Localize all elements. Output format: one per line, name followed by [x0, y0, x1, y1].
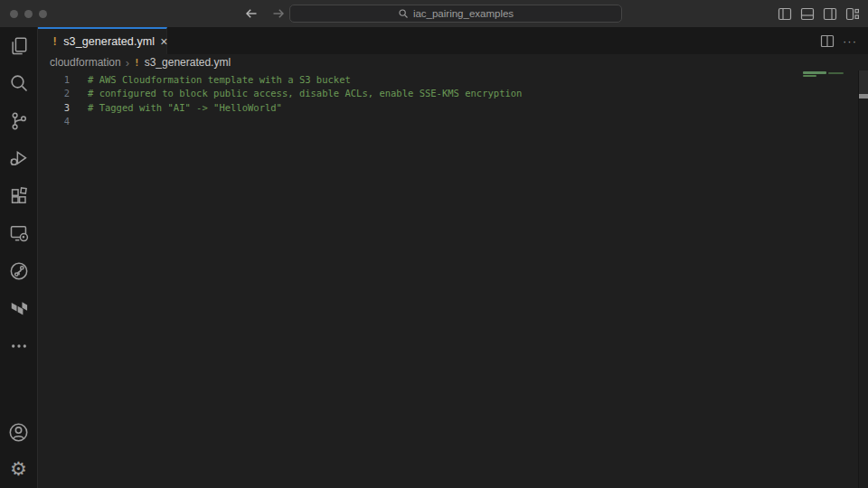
- tab-bar: ! s3_generated.yml × ···: [38, 27, 868, 54]
- line-number-active: 3: [38, 102, 70, 113]
- tabbar-spacer: [167, 27, 820, 54]
- search-box-text: iac_pairing_examples: [413, 8, 514, 19]
- traffic-lights: [10, 10, 47, 18]
- main-area: ⚙ ! s3_generated.yml ×: [0, 27, 868, 488]
- split-editor-icon[interactable]: [820, 34, 835, 48]
- toggle-panel-icon[interactable]: [799, 6, 816, 21]
- breadcrumb-file[interactable]: s3_generated.yml: [145, 56, 231, 69]
- overview-ruler[interactable]: [858, 70, 868, 488]
- activity-bar-bottom: ⚙: [0, 414, 37, 488]
- minimap-line-mark: [803, 75, 816, 77]
- breadcrumb: cloudformation › ! s3_generated.yml: [38, 54, 868, 70]
- activity-bar: ⚙: [0, 27, 38, 488]
- command-center-search[interactable]: iac_pairing_examples: [289, 5, 622, 23]
- layout-controls: [777, 6, 861, 21]
- close-window-button[interactable]: [10, 10, 18, 18]
- tabbar-actions: ···: [820, 27, 868, 54]
- source-control-icon[interactable]: [0, 102, 37, 140]
- line-number: 1: [38, 74, 70, 85]
- code-line[interactable]: 4: [38, 115, 868, 129]
- minimize-window-button[interactable]: [24, 10, 33, 18]
- minimap-line-mark: [803, 71, 826, 74]
- code-line[interactable]: 3 # Tagged with "AI" -> "HelloWorld": [38, 100, 868, 115]
- editor-group: ! s3_generated.yml × ··· cloudformation: [38, 27, 868, 488]
- explorer-icon[interactable]: [0, 27, 37, 65]
- line-number: 2: [38, 88, 70, 99]
- run-debug-icon[interactable]: [0, 140, 37, 178]
- warning-icon: !: [52, 35, 58, 48]
- scrollbar-slider[interactable]: [859, 70, 868, 95]
- tab-label: s3_generated.yml: [63, 35, 155, 48]
- search-icon: [398, 8, 409, 19]
- code-text: # AWS Cloudformation template with a S3 …: [70, 74, 351, 85]
- minimap[interactable]: [803, 70, 857, 80]
- account-icon[interactable]: [0, 414, 37, 450]
- titlebar: iac_pairing_examples: [0, 0, 868, 27]
- code-text: # configured to block public access, dis…: [70, 88, 522, 99]
- warning-icon: !: [134, 57, 140, 69]
- remote-explorer-icon[interactable]: [0, 215, 37, 253]
- history-nav: [242, 4, 288, 23]
- tab-s3-generated-yml[interactable]: ! s3_generated.yml ×: [38, 27, 167, 54]
- toggle-primary-sidebar-icon[interactable]: [777, 6, 793, 21]
- settings-gear-icon[interactable]: ⚙: [0, 450, 37, 486]
- activity-bar-top: [0, 27, 37, 414]
- chevron-right-icon: ›: [126, 56, 129, 70]
- more-actions-icon[interactable]: ···: [843, 34, 857, 48]
- code-line[interactable]: 1 # AWS Cloudformation template with a S…: [38, 72, 868, 87]
- forward-arrow-icon[interactable]: [269, 4, 288, 23]
- toggle-secondary-sidebar-icon[interactable]: [822, 6, 838, 21]
- zoom-window-button[interactable]: [39, 10, 47, 18]
- customize-layout-icon[interactable]: [844, 6, 861, 21]
- minimap-line-mark: [828, 72, 844, 74]
- breadcrumb-folder[interactable]: cloudformation: [50, 56, 121, 69]
- search-icon[interactable]: [0, 65, 37, 103]
- code-editor[interactable]: 1 # AWS Cloudformation template with a S…: [38, 70, 868, 488]
- code-text: # Tagged with "AI" -> "HelloWorld": [70, 102, 282, 113]
- line-number: 4: [38, 116, 70, 127]
- more-actions-icon[interactable]: [0, 327, 37, 365]
- terraform-icon[interactable]: [0, 290, 37, 328]
- vscode-window: iac_pairing_examples: [0, 0, 868, 488]
- git-graph-icon[interactable]: [0, 252, 37, 290]
- code-line[interactable]: 2 # configured to block public access, d…: [38, 87, 868, 101]
- scrollbar-handle[interactable]: [859, 94, 868, 99]
- extensions-icon[interactable]: [0, 177, 37, 215]
- back-arrow-icon[interactable]: [242, 4, 260, 23]
